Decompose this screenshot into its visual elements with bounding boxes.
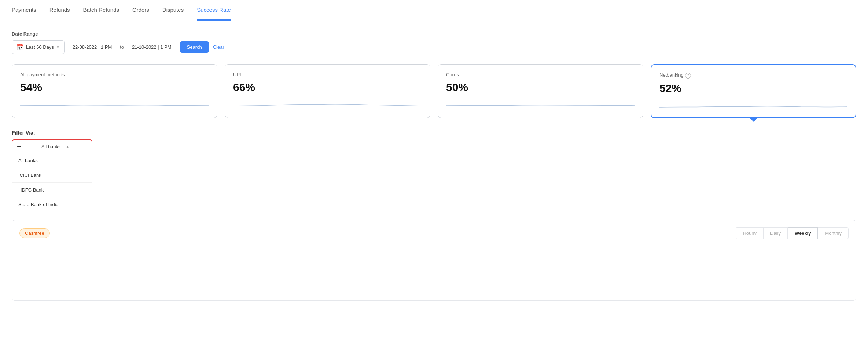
info-icon[interactable]: ? — [685, 73, 691, 79]
card-label: Netbanking? — [659, 72, 847, 79]
filter-option-icici-bank[interactable]: ICICI Bank — [12, 168, 92, 182]
filter-icon: ☰ — [17, 144, 38, 149]
metric-card-all-payment-methods[interactable]: All payment methods54% — [12, 64, 217, 118]
metric-card-upi[interactable]: UPI66% — [225, 64, 430, 118]
date-to: 21-10-2022 | 1 PM — [128, 41, 176, 53]
bottom-section-header: Cashfree HourlyDailyWeeklyMonthly — [19, 228, 849, 239]
date-preset-selector[interactable]: 📅 Last 60 Days ▼ — [12, 40, 65, 54]
calendar-icon: 📅 — [16, 44, 24, 51]
filter-option-state-bank-of-india[interactable]: State Bank of India — [12, 197, 92, 212]
card-label: All payment methods — [20, 72, 209, 77]
clear-button[interactable]: Clear — [213, 44, 224, 50]
date-from: 22-08-2022 | 1 PM — [68, 41, 116, 53]
bottom-section: Cashfree HourlyDailyWeeklyMonthly — [12, 220, 856, 301]
card-value: 50% — [446, 81, 635, 94]
interval-buttons: HourlyDailyWeeklyMonthly — [736, 228, 849, 239]
nav-item-success-rate[interactable]: Success Rate — [197, 0, 231, 21]
card-sparkline — [20, 99, 209, 111]
card-sparkline — [233, 99, 422, 111]
date-range-label: Date Range — [12, 31, 856, 37]
metric-card-cards[interactable]: Cards50% — [438, 64, 643, 118]
filter-dropdown-header[interactable]: ☰ All banks ▲ — [12, 140, 92, 153]
interval-btn-daily[interactable]: Daily — [763, 228, 788, 239]
card-sparkline — [659, 101, 847, 112]
bank-filter-wrapper: ☰ All banks ▲ All banksICICI BankHDFC Ba… — [12, 139, 92, 212]
filter-option-all-banks[interactable]: All banks — [12, 153, 92, 168]
search-button[interactable]: Search — [180, 41, 209, 53]
metrics-row: All payment methods54% UPI66% Cards50% N… — [12, 64, 856, 118]
interval-btn-monthly[interactable]: Monthly — [818, 228, 849, 239]
metric-card-netbanking[interactable]: Netbanking?52% — [651, 64, 856, 118]
date-row: 📅 Last 60 Days ▼ 22-08-2022 | 1 PM to 21… — [12, 40, 856, 54]
nav-item-orders[interactable]: Orders — [132, 0, 149, 21]
nav-item-disputes[interactable]: Disputes — [162, 0, 184, 21]
card-value: 54% — [20, 81, 209, 94]
to-separator: to — [120, 44, 124, 50]
bank-filter-dropdown[interactable]: ☰ All banks ▲ All banksICICI BankHDFC Ba… — [12, 139, 92, 212]
interval-btn-hourly[interactable]: Hourly — [736, 228, 763, 239]
bank-badge: Cashfree — [19, 228, 50, 238]
date-preset-label: Last 60 Days — [26, 44, 54, 50]
nav-item-payments[interactable]: Payments — [12, 0, 36, 21]
nav-item-refunds[interactable]: Refunds — [49, 0, 70, 21]
chevron-down-icon: ▼ — [56, 45, 60, 49]
nav-item-batch-refunds[interactable]: Batch Refunds — [83, 0, 119, 21]
nav-bar: PaymentsRefundsBatch RefundsOrdersDisput… — [0, 0, 868, 21]
filter-row: ☰ All banks ▲ All banksICICI BankHDFC Ba… — [12, 139, 856, 212]
main-content: Date Range 📅 Last 60 Days ▼ 22-08-2022 |… — [0, 21, 868, 311]
card-label: UPI — [233, 72, 422, 77]
card-label: Cards — [446, 72, 635, 77]
interval-btn-weekly[interactable]: Weekly — [788, 228, 818, 239]
card-value: 66% — [233, 81, 422, 94]
card-value: 52% — [659, 82, 847, 95]
chevron-up-icon: ▲ — [66, 145, 87, 149]
filter-label: Filter Via: — [12, 130, 856, 136]
filter-options-list: All banksICICI BankHDFC BankState Bank o… — [12, 153, 92, 212]
card-active-arrow — [749, 117, 758, 122]
card-sparkline — [446, 99, 635, 111]
filter-selected-label: All banks — [41, 144, 63, 149]
filter-option-hdfc-bank[interactable]: HDFC Bank — [12, 182, 92, 197]
